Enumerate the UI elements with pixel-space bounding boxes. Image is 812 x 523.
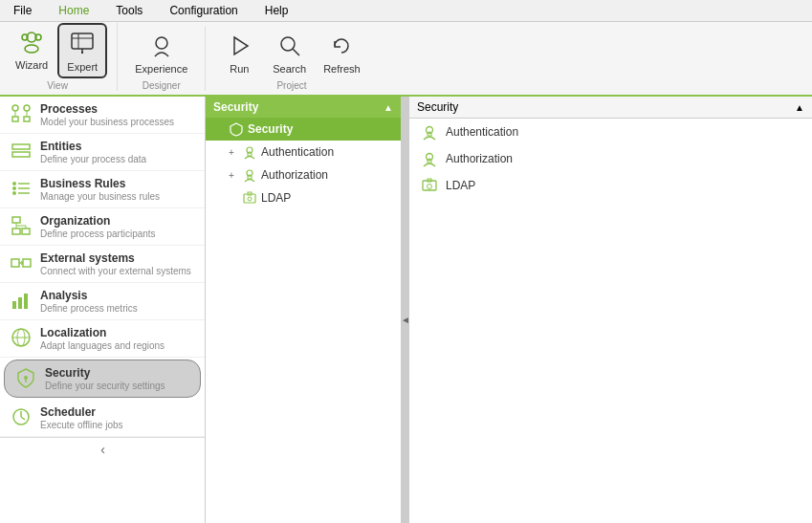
tree-label-authentication: Authentication [261, 145, 334, 159]
svg-marker-10 [234, 37, 248, 54]
sidebar-item-localization[interactable]: Localization Adapt languages and regions [0, 320, 205, 358]
svg-rect-34 [23, 259, 31, 267]
external-systems-title: External systems [40, 251, 195, 265]
svg-rect-15 [12, 117, 18, 121]
wizard-icon [16, 27, 47, 57]
security-folder-icon [229, 121, 244, 137]
scheduler-title: Scheduler [40, 405, 195, 419]
menu-configuration[interactable]: Configuration [164, 2, 243, 19]
search-button[interactable]: Search [265, 27, 314, 78]
sidebar-item-analysis[interactable]: Analysis Define process metrics [0, 283, 205, 320]
svg-rect-29 [22, 229, 30, 234]
toolbar: Wizard Expert View [0, 22, 812, 97]
view-group-label: View [47, 80, 68, 91]
menu-file[interactable]: File [8, 2, 37, 19]
svg-point-14 [24, 105, 30, 111]
ldap-icon [242, 190, 257, 206]
search-icon [274, 31, 305, 61]
tree-label-authorization: Authorization [261, 168, 328, 182]
svg-rect-38 [24, 294, 28, 309]
svg-rect-60 [428, 160, 431, 163]
analysis-title: Analysis [40, 289, 195, 302]
wizard-button[interactable]: Wizard [8, 23, 55, 78]
search-label: Search [273, 63, 306, 75]
external-systems-subtitle: Connect with your external systems [40, 266, 195, 276]
expert-icon [67, 29, 98, 59]
right-item-authentication[interactable]: Authentication [409, 119, 812, 145]
authorization-expander: + [225, 168, 238, 182]
authorization-icon [242, 167, 257, 183]
menu-help[interactable]: Help [259, 2, 295, 19]
business-rules-title: Business Rules [40, 177, 195, 190]
organization-title: Organization [40, 214, 195, 228]
sidebar-item-security[interactable]: Security Define your security settings [4, 360, 201, 398]
svg-rect-20 [12, 152, 30, 157]
svg-point-21 [12, 182, 16, 185]
experience-button[interactable]: Experience [127, 27, 195, 78]
right-ldap-label: LDAP [446, 179, 475, 192]
expert-button[interactable]: Expert [57, 23, 107, 78]
right-panel: Security ▲ Authentication [409, 97, 812, 523]
run-label: Run [230, 63, 249, 75]
refresh-button[interactable]: Refresh [316, 27, 368, 78]
sidebar-item-processes[interactable]: Processes Model your business processes [0, 97, 205, 134]
right-authz-icon [421, 150, 438, 167]
wizard-label: Wizard [15, 59, 48, 71]
right-panel-header: Security ▲ [409, 97, 812, 119]
tree-item-authentication[interactable]: + Authentication [206, 141, 401, 163]
localization-icon [10, 326, 33, 349]
svg-rect-48 [248, 153, 252, 156]
sidebar-item-entities[interactable]: Entities Define your process data [0, 134, 205, 171]
authentication-expander: + [225, 145, 238, 159]
tree-label-ldap: LDAP [261, 191, 291, 205]
menu-bar: File Home Tools Configuration Help [0, 0, 812, 22]
tree-item-security-root[interactable]: Security [206, 118, 401, 141]
refresh-label: Refresh [323, 63, 361, 75]
experience-label: Experience [135, 63, 187, 75]
svg-point-23 [12, 191, 16, 195]
sidebar-item-organization[interactable]: Organization Define process participants [0, 208, 205, 246]
analysis-subtitle: Define process metrics [40, 303, 195, 314]
menu-home[interactable]: Home [53, 2, 95, 19]
processes-icon [10, 102, 33, 125]
sidebar: Processes Model your business processes … [0, 97, 206, 523]
svg-rect-27 [12, 217, 20, 223]
middle-panel-title: Security [213, 100, 258, 114]
analysis-icon [10, 289, 33, 312]
tree-label-security: Security [248, 122, 293, 136]
menu-tools[interactable]: Tools [110, 2, 148, 19]
sidebar-item-business-rules[interactable]: Business Rules Manage your business rule… [0, 171, 205, 208]
svg-rect-36 [12, 301, 16, 309]
right-item-ldap[interactable]: LDAP [409, 172, 812, 199]
right-item-authorization[interactable]: Authorization [409, 145, 812, 172]
run-button[interactable]: Run [215, 27, 263, 78]
sidebar-item-scheduler[interactable]: Scheduler Execute offline jobs [0, 400, 205, 437]
main-layout: Processes Model your business processes … [0, 97, 812, 523]
run-icon [224, 31, 254, 61]
experience-icon [146, 31, 177, 61]
business-rules-subtitle: Manage your business rules [40, 191, 195, 202]
entities-subtitle: Define your process data [40, 154, 195, 164]
svg-line-46 [21, 417, 25, 420]
project-group-label: Project [276, 80, 306, 91]
svg-rect-37 [18, 297, 22, 309]
svg-rect-4 [72, 33, 93, 49]
processes-title: Processes [40, 102, 195, 116]
right-authentication-label: Authentication [446, 125, 518, 139]
panel-collapse-handle[interactable]: ◄ [402, 97, 409, 523]
tree-item-authorization[interactable]: + Authorization [206, 163, 401, 186]
tree-item-ldap[interactable]: LDAP [206, 186, 401, 209]
right-ldap-icon [421, 177, 438, 194]
svg-point-42 [24, 376, 28, 380]
localization-title: Localization [40, 326, 195, 339]
processes-subtitle: Model your business processes [40, 117, 195, 127]
svg-point-9 [156, 37, 167, 49]
right-auth-icon [421, 123, 438, 141]
scheduler-icon [10, 405, 33, 428]
sidebar-collapse-button[interactable]: ‹ [0, 437, 206, 461]
scheduler-subtitle: Execute offline jobs [40, 420, 195, 430]
right-authorization-label: Authorization [446, 152, 513, 165]
security-subtitle: Define your security settings [45, 381, 190, 391]
ldap-expander [225, 191, 238, 205]
sidebar-item-external-systems[interactable]: External systems Connect with your exter… [0, 246, 205, 283]
